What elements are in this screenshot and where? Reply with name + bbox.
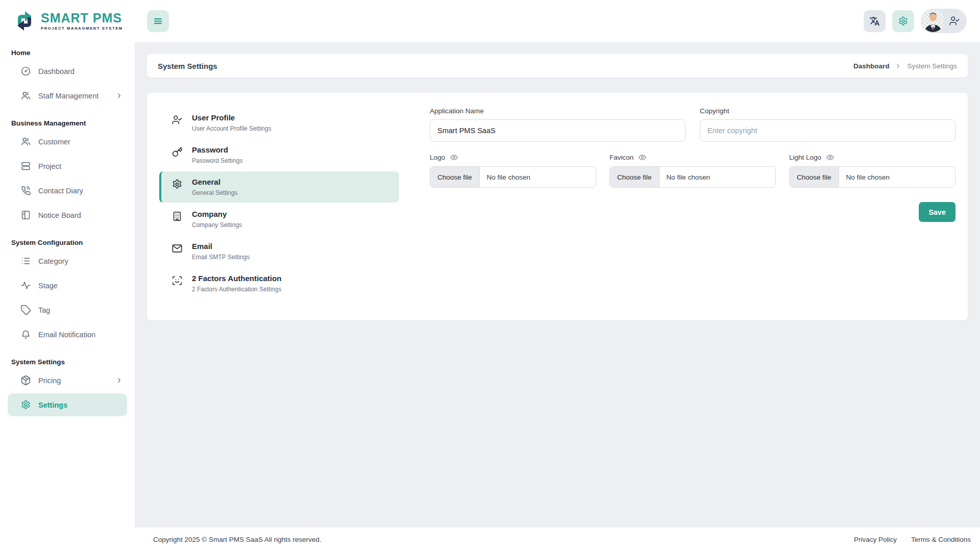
tab-email[interactable]: Email Email SMTP Settings <box>159 236 399 267</box>
tab-subtitle: Email SMTP Settings <box>192 254 250 261</box>
eye-icon[interactable] <box>450 153 458 162</box>
tab-subtitle: Password Settings <box>192 157 242 164</box>
sidebar-item-email-notification[interactable]: Email Notification <box>8 323 127 346</box>
mail-icon <box>172 243 183 254</box>
sidebar-item-label: Notice Board <box>38 211 81 219</box>
brand-name: SMART PMS <box>41 12 123 24</box>
package-icon <box>20 375 31 386</box>
tab-subtitle: Company Settings <box>192 221 242 229</box>
sidebar-item-label: Email Notification <box>38 331 95 339</box>
settings-tab-list: User Profile User Account Profile Settin… <box>159 107 399 300</box>
settings-quick-button[interactable] <box>892 10 914 32</box>
avatar <box>922 10 944 32</box>
activity-icon <box>20 280 31 291</box>
topbar-actions <box>864 9 980 33</box>
sidebar-section-system-configuration: System Configuration <box>0 239 135 246</box>
user-check-icon <box>172 114 183 126</box>
sidebar-item-project[interactable]: Project <box>8 155 127 178</box>
gauge-icon <box>20 66 31 77</box>
tab-password[interactable]: Password Password Settings <box>159 139 399 170</box>
choose-file-button[interactable]: Choose file <box>790 167 839 187</box>
sidebar-item-pricing[interactable]: Pricing <box>8 369 127 392</box>
page-title: System Settings <box>158 62 217 70</box>
bell-icon <box>20 329 31 340</box>
tab-2fa[interactable]: 2 Factors Authentication 2 Factors Authe… <box>159 268 399 299</box>
sidebar-item-label: Customer <box>38 138 70 146</box>
sidebar-section-system-settings: System Settings <box>0 358 135 366</box>
sidebar-item-label: Tag <box>38 306 50 314</box>
light-logo-label: Light Logo <box>789 154 821 161</box>
brand-logo-icon <box>13 9 36 33</box>
tab-title: Company <box>192 210 242 219</box>
privacy-policy-link[interactable]: Privacy Policy <box>854 536 897 543</box>
favicon-label: Favicon <box>609 154 633 161</box>
file-status: No file chosen <box>839 167 897 187</box>
chevron-right-icon <box>115 377 123 384</box>
tab-title: Email <box>192 242 250 251</box>
key-icon <box>172 146 183 158</box>
main-content: System Settings Dashboard System Setting… <box>135 42 980 528</box>
sidebar-item-customer[interactable]: Customer <box>8 130 127 153</box>
board-icon <box>20 210 31 220</box>
general-settings-form: Application Name Copyright L <box>430 107 955 222</box>
building-icon <box>172 211 183 222</box>
sidebar-item-label: Settings <box>38 401 67 409</box>
logo-label: Logo <box>430 154 445 161</box>
gear-icon <box>20 399 31 410</box>
tab-subtitle: General Settings <box>192 189 237 196</box>
sidebar-item-category[interactable]: Category <box>8 249 127 272</box>
tab-company[interactable]: Company Company Settings <box>159 204 399 235</box>
light-logo-file-input[interactable]: Choose file No file chosen <box>789 166 955 188</box>
phone-icon <box>20 185 31 196</box>
eye-icon[interactable] <box>826 153 835 162</box>
sidebar-item-label: Staff Management <box>38 92 99 100</box>
choose-file-button[interactable]: Choose file <box>610 167 659 187</box>
brand-tagline: PROJECT MANAGMENT SYSTEM <box>41 26 123 31</box>
topbar: SMART PMS PROJECT MANAGMENT SYSTEM <box>0 0 980 42</box>
copyright-label: Copyright <box>700 107 955 115</box>
sidebar-item-tag[interactable]: Tag <box>8 298 127 321</box>
chevron-right-icon <box>894 62 902 70</box>
application-name-input[interactable] <box>430 119 685 142</box>
breadcrumb-dashboard[interactable]: Dashboard <box>853 62 890 70</box>
favicon-file-input[interactable]: Choose file No file chosen <box>609 166 776 188</box>
sidebar-item-contact-diary[interactable]: Contact Diary <box>8 179 127 202</box>
list-icon <box>20 256 31 266</box>
copyright-input[interactable] <box>700 119 955 142</box>
file-status: No file chosen <box>480 167 538 187</box>
translate-icon <box>869 16 880 27</box>
sidebar-item-dashboard[interactable]: Dashboard <box>8 60 127 83</box>
sidebar-section-business-management: Business Management <box>0 119 135 127</box>
tab-title: User Profile <box>192 113 271 122</box>
sidebar-item-settings[interactable]: Settings <box>8 393 127 416</box>
server-icon <box>20 161 31 171</box>
terms-link[interactable]: Terms & Conditions <box>911 536 971 543</box>
logo-file-input[interactable]: Choose file No file chosen <box>430 166 596 188</box>
sidebar-section-home: Home <box>0 49 135 57</box>
sidebar-item-label: Pricing <box>38 377 61 385</box>
breadcrumb-current: System Settings <box>907 62 957 70</box>
tab-title: 2 Factors Authentication <box>192 274 281 283</box>
tab-general[interactable]: General General Settings <box>159 171 399 203</box>
save-button[interactable]: Save <box>919 202 955 222</box>
brand-logo[interactable]: SMART PMS PROJECT MANAGMENT SYSTEM <box>0 9 135 33</box>
tag-icon <box>20 305 31 315</box>
user-menu[interactable] <box>921 9 967 33</box>
scan-face-icon <box>172 275 183 286</box>
choose-file-button[interactable]: Choose file <box>430 167 480 187</box>
tab-user-profile[interactable]: User Profile User Account Profile Settin… <box>159 107 399 138</box>
file-status: No file chosen <box>659 167 718 187</box>
gear-icon <box>898 16 909 27</box>
sidebar-item-staff-management[interactable]: Staff Management <box>8 84 127 107</box>
sidebar-item-stage[interactable]: Stage <box>8 274 127 297</box>
breadcrumb: Dashboard System Settings <box>853 62 957 70</box>
application-name-label: Application Name <box>430 107 685 115</box>
language-button[interactable] <box>864 10 886 32</box>
sidebar-item-notice-board[interactable]: Notice Board <box>8 204 127 227</box>
settings-card: User Profile User Account Profile Settin… <box>147 93 968 320</box>
sidebar: Home Dashboard Staff Management Business… <box>0 42 135 551</box>
sidebar-toggle-button[interactable] <box>147 10 169 32</box>
eye-icon[interactable] <box>638 153 647 162</box>
users-icon <box>20 90 31 101</box>
footer: Copyright 2025 © Smart PMS SaaS All righ… <box>135 528 980 551</box>
